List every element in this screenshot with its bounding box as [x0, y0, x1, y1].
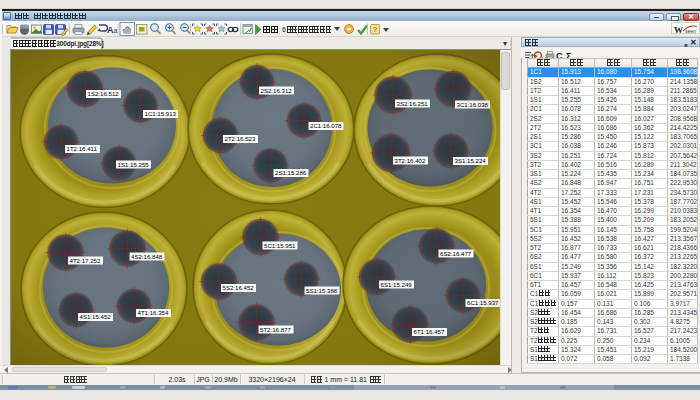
svg-text:W: W — [674, 25, 683, 35]
svg-text:?: ? — [373, 26, 377, 33]
svg-text:a: a — [114, 27, 118, 34]
svg-text:seen: seen — [685, 28, 696, 34]
